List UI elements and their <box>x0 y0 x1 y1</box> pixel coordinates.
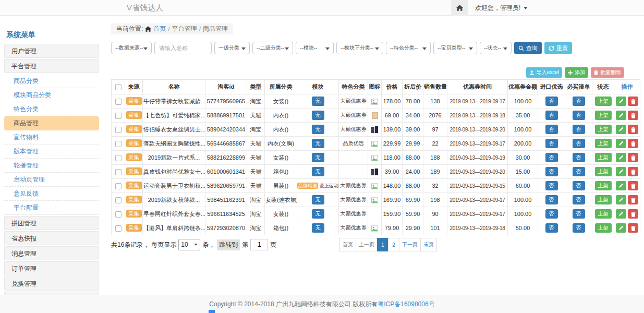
row-checkbox[interactable] <box>115 141 121 147</box>
sidebar-item[interactable]: 兑换管理 <box>4 276 99 291</box>
status-on-shelf-badge[interactable]: 上架 <box>595 167 612 176</box>
sidebar-subitem[interactable]: 轮播管理 <box>4 159 99 173</box>
sidebar-item[interactable]: 消息管理 <box>4 246 99 260</box>
import-excel-button[interactable]: 导入excel <box>526 67 562 78</box>
import-no-badge[interactable]: 否 <box>545 97 558 106</box>
import-no-badge[interactable]: 否 <box>545 111 558 120</box>
row-checkbox[interactable] <box>115 211 121 218</box>
page-size-select[interactable]: 10 <box>178 239 200 250</box>
sidebar-subitem[interactable]: 宣传物料 <box>4 130 99 145</box>
mustbuy-no-badge[interactable]: 否 <box>573 125 585 134</box>
import-no-badge[interactable]: 否 <box>545 153 558 162</box>
import-no-badge[interactable]: 否 <box>545 209 558 219</box>
edit-button[interactable] <box>616 209 626 219</box>
sidebar-subitem[interactable]: 商品分类 <box>4 74 99 88</box>
status-on-shelf-badge[interactable]: 上架 <box>595 209 612 219</box>
search-button[interactable]: 查询 <box>514 42 542 54</box>
page-button[interactable]: 首页 <box>339 238 356 251</box>
delete-button[interactable] <box>628 223 638 233</box>
edit-button[interactable] <box>616 167 626 176</box>
mustbuy-no-badge[interactable]: 否 <box>573 195 585 204</box>
page-button[interactable]: 下一页 <box>399 238 421 251</box>
edit-button[interactable] <box>616 97 626 106</box>
mustbuy-no-badge[interactable]: 否 <box>573 181 585 190</box>
import-no-badge[interactable]: 否 <box>545 181 558 190</box>
page-button[interactable]: 上一页 <box>356 238 378 251</box>
level1-category-select[interactable]: 一级分类 <box>214 42 250 54</box>
row-checkbox[interactable] <box>115 155 121 161</box>
sidebar-subitem[interactable]: 商品管理 <box>4 116 99 130</box>
select-all-checkbox[interactable] <box>115 84 121 90</box>
home-button[interactable] <box>451 0 468 16</box>
edit-button[interactable] <box>616 195 626 204</box>
page-button[interactable]: 末页 <box>420 238 437 251</box>
import-no-badge[interactable]: 否 <box>545 139 558 148</box>
edit-button[interactable] <box>616 111 626 120</box>
delete-button[interactable] <box>628 97 638 106</box>
mustbuy-no-badge[interactable]: 否 <box>573 139 585 148</box>
sidebar-item-platform[interactable]: 平台管理 <box>4 59 99 73</box>
name-search-input[interactable] <box>154 42 212 54</box>
feature-category-select[interactable]: --特色分类-- <box>386 42 431 54</box>
edit-button[interactable] <box>616 125 626 134</box>
sidebar-subitem[interactable]: 模块商品分类 <box>4 88 99 102</box>
module-sub-select[interactable]: --模块下分类-- <box>336 42 383 54</box>
breadcrumb-item-platform[interactable]: 平台管理 <box>172 25 197 33</box>
status-select[interactable]: --状态-- <box>480 42 512 54</box>
status-on-shelf-badge[interactable]: 上架 <box>595 153 612 162</box>
page-button[interactable]: 2 <box>388 238 399 251</box>
delete-button[interactable] <box>628 167 638 176</box>
data-source-select[interactable]: --数据来源-- <box>111 42 152 54</box>
sidebar-subitem[interactable]: 意见反馈 <box>4 187 99 201</box>
sidebar-item[interactable]: 拼团管理 <box>4 216 99 230</box>
icp-link[interactable]: 粤ICP备16098006号 <box>378 300 434 308</box>
mustbuy-no-badge[interactable]: 否 <box>573 167 585 176</box>
add-button[interactable]: 添加 <box>565 67 588 78</box>
edit-button[interactable] <box>616 139 626 148</box>
module-select[interactable]: --模块-- <box>296 42 334 54</box>
status-on-shelf-badge[interactable]: 上架 <box>595 181 612 190</box>
level2-category-select[interactable]: --二级分类-- <box>252 42 293 54</box>
import-no-badge[interactable]: 否 <box>545 125 558 134</box>
edit-button[interactable] <box>616 153 626 162</box>
delete-button[interactable] <box>628 153 638 162</box>
row-checkbox[interactable] <box>115 99 121 105</box>
delete-button[interactable] <box>628 195 638 204</box>
row-checkbox[interactable] <box>115 169 121 175</box>
sidebar-subitem[interactable]: 版本管理 <box>4 145 99 159</box>
mustbuy-no-badge[interactable]: 否 <box>573 111 585 120</box>
welcome-text[interactable]: 欢迎您，管理员! <box>468 4 524 13</box>
batch-delete-button[interactable]: 批量删除 <box>591 67 624 78</box>
delete-button[interactable] <box>628 125 638 134</box>
row-checkbox[interactable] <box>115 127 121 133</box>
status-on-shelf-badge[interactable]: 上架 <box>595 223 612 233</box>
caret-down-icon[interactable] <box>524 7 528 9</box>
status-on-shelf-badge[interactable]: 上架 <box>595 97 612 106</box>
row-checkbox[interactable] <box>115 113 121 119</box>
page-button[interactable]: 1 <box>377 238 388 251</box>
reset-button[interactable]: 重置 <box>544 42 572 54</box>
import-no-badge[interactable]: 否 <box>545 195 558 204</box>
status-on-shelf-badge[interactable]: 上架 <box>595 139 612 148</box>
import-no-badge[interactable]: 否 <box>545 167 558 176</box>
edit-button[interactable] <box>616 181 626 190</box>
mustbuy-no-badge[interactable]: 否 <box>573 97 585 106</box>
breadcrumb-home-link[interactable]: 首页 <box>153 25 166 33</box>
status-on-shelf-badge[interactable]: 上架 <box>595 195 612 204</box>
row-checkbox[interactable] <box>115 225 121 232</box>
row-checkbox[interactable] <box>115 183 121 189</box>
mustbuy-no-badge[interactable]: 否 <box>573 153 585 162</box>
delete-button[interactable] <box>628 139 638 148</box>
row-checkbox[interactable] <box>115 197 121 203</box>
status-on-shelf-badge[interactable]: 上架 <box>595 111 612 120</box>
delete-button[interactable] <box>628 111 638 120</box>
sidebar-item[interactable]: 省惠快报 <box>4 231 99 245</box>
import-no-badge[interactable]: 否 <box>545 223 558 233</box>
mustbuy-no-badge[interactable]: 否 <box>573 223 585 233</box>
status-on-shelf-badge[interactable]: 上架 <box>595 125 612 134</box>
breadcrumb-item-goods[interactable]: 商品管理 <box>203 25 228 33</box>
edit-button[interactable] <box>616 223 626 233</box>
sidebar-item-users[interactable]: 用户管理 <box>4 44 99 58</box>
delete-button[interactable] <box>628 181 638 190</box>
item-type-select[interactable]: --宝贝类型-- <box>433 42 477 54</box>
